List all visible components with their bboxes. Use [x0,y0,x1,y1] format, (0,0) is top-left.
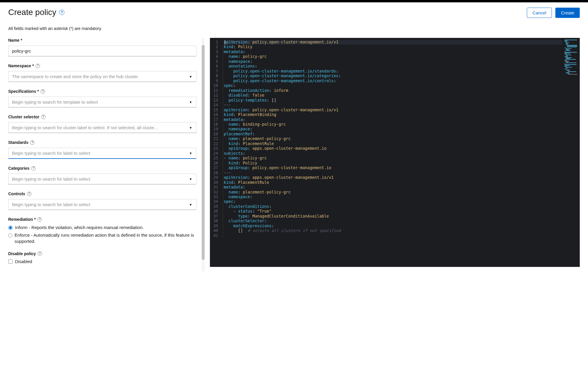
mandatory-note: All fields marked with an asterisk (*) a… [8,26,580,31]
field-namespace: Namespace * ? ▼ [8,63,196,82]
disable-policy-checkbox-label: Disabled [15,259,32,264]
field-controls-label: Controls [8,191,25,196]
help-icon[interactable]: ? [41,89,45,94]
field-cluster-selector: Cluster selector ? ▼ [8,115,196,133]
page-title-text: Create policy [8,8,56,17]
cancel-button[interactable]: Cancel [527,8,552,18]
editor-content[interactable]: apiVersion: policy.open-cluster-manageme… [223,40,580,238]
app-topbar [0,0,588,2]
remediation-radio-enforce[interactable] [8,233,12,238]
required-indicator: * [21,38,22,43]
remediation-radio-inform[interactable] [8,226,13,230]
help-icon[interactable]: ? [31,166,36,171]
create-button[interactable]: Create [555,8,580,18]
remediation-radio-group: Inform - Reports the violation, which re… [8,225,196,244]
required-indicator: * [34,217,36,222]
field-categories: Categories ? ▼ [8,166,196,184]
field-controls: Controls ? ▼ [8,191,196,210]
field-specifications: Specifications * ? ▼ [8,89,196,107]
required-indicator: * [37,89,39,94]
field-standards-label: Standards [8,140,28,145]
field-standards: Standards ? ▼ [8,140,196,159]
field-specifications-label: Specifications [8,89,36,94]
editor-caret [225,40,225,45]
editor-gutter: 1234567891011121314151617181920212223242… [210,40,223,238]
scrollbar[interactable] [202,38,205,272]
field-namespace-label: Namespace [8,63,31,68]
remediation-label-enforce: Enforce - Automatically runs remediation… [15,232,196,244]
field-name: Name * [8,38,196,56]
field-name-label: Name [8,38,19,43]
help-icon[interactable]: ? [37,217,42,222]
help-icon[interactable]: ? [38,251,42,256]
header-actions: Cancel Create [527,8,580,18]
field-remediation: Remediation * ? Inform - Reports the vio… [8,217,196,244]
categories-select[interactable] [8,174,196,184]
field-categories-label: Categories [8,166,29,171]
field-disable-label: Disable policy [8,251,36,256]
specifications-select[interactable] [8,97,196,107]
name-input[interactable] [8,46,196,56]
help-icon[interactable]: ? [27,192,31,196]
page-header: Create policy ? Cancel Create [8,8,580,18]
scrollbar-thumb[interactable] [202,45,205,260]
remediation-label-inform: Inform - Reports the violation, which re… [15,225,144,230]
field-disable-policy: Disable policy ? Disabled [8,251,196,264]
namespace-select[interactable] [8,71,196,82]
form-column: Name * Namespace * ? ▼ Specification [8,38,196,272]
help-icon[interactable]: ? [59,10,64,15]
standards-select[interactable] [8,148,196,159]
help-icon[interactable]: ? [41,115,46,119]
disable-policy-checkbox[interactable] [8,259,13,264]
page-title: Create policy ? [8,8,64,17]
field-cluster-label: Cluster selector [8,115,39,119]
field-remediation-label: Remediation [8,217,33,222]
controls-select[interactable] [8,199,196,210]
cluster-selector-select[interactable] [8,122,196,133]
yaml-editor[interactable]: 1234567891011121314151617181920212223242… [210,38,580,267]
help-icon[interactable]: ? [30,140,34,145]
required-indicator: * [32,63,34,68]
help-icon[interactable]: ? [36,64,40,68]
